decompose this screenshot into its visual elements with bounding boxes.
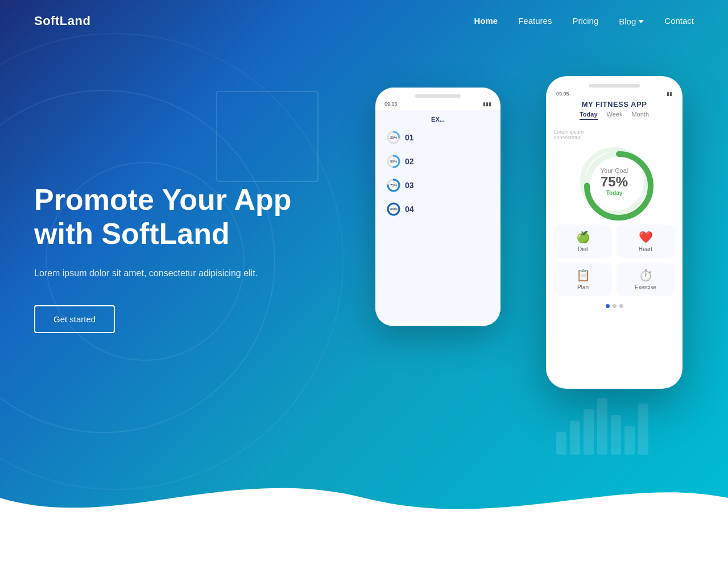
phone-front: 09:05 ▮▮ MY FITNESS APP Today Week Month… [546,76,682,389]
hero-section: SoftLand Home Features Pricing Blog Cont… [0,0,728,523]
phone-front-status: 09:05 ▮▮ [546,88,682,100]
app-icon-exercise[interactable]: ⏱️ Exercise [617,263,675,296]
tab-week[interactable]: Week [607,111,623,120]
phone-dots [546,304,682,314]
phone-back: 09:05 ▮▮▮ EX... 25% [375,88,500,326]
nav-link-blog[interactable]: Blog [619,16,644,26]
circle-progress-75: 75% [386,177,402,193]
app-icons-grid: 🍏 Diet ❤️ Heart 📋 Plan ⏱️ Exercise [546,225,682,302]
goal-circle-container: Your Goal 75% Today [546,147,682,215]
circle-progress-25: 25% [386,130,402,146]
phone-front-title: MY FITNESS APP [546,100,682,109]
progress-row: 75% 03 [386,177,490,193]
nav-item-blog[interactable]: Blog [619,16,644,26]
nav-item-pricing[interactable]: Pricing [572,16,598,26]
exercise-icon: ⏱️ [639,268,653,282]
phones-container: 09:05 ▮▮▮ EX... 25% [341,76,694,417]
get-started-button[interactable]: Get started [34,305,115,333]
progress-row: 50% 02 [386,153,490,169]
progress-row: 100% 04 [386,201,490,217]
phone-status-bar: 09:05 ▮▮▮ [375,98,500,110]
brand-logo: SoftLand [34,14,90,28]
app-icon-heart[interactable]: ❤️ Heart [617,225,675,258]
plan-icon: 📋 [576,268,590,282]
navbar: SoftLand Home Features Pricing Blog Cont… [0,0,728,42]
circle-progress-50: 50% [386,153,402,169]
progress-row: 25% 01 [386,130,490,146]
dot-2 [613,304,617,308]
phone-back-content: EX... 25% 01 [375,110,500,321]
goal-circle: Your Goal 75% Today [580,147,648,215]
hero-text: Promote Your App with SoftLand Lorem ips… [34,160,341,334]
heart-icon: ❤️ [639,230,653,244]
dot-3 [619,304,623,308]
app-icon-diet[interactable]: 🍏 Diet [554,225,612,258]
phone-lorem-text: Lorem ipsumconsectetur [546,129,682,140]
diet-icon: 🍏 [576,230,590,244]
nav-item-contact[interactable]: Contact [664,16,694,26]
nav-link-home[interactable]: Home [474,16,498,26]
below-hero [0,523,728,582]
tab-today[interactable]: Today [580,111,598,120]
hero-title: Promote Your App with SoftLand [34,183,341,251]
app-icon-plan[interactable]: 📋 Plan [554,263,612,296]
chevron-down-icon [638,20,644,23]
nav-link-contact[interactable]: Contact [664,16,694,26]
nav-item-home[interactable]: Home [474,16,498,26]
nav-links: Home Features Pricing Blog Contact [474,16,694,26]
phone-tabs: Today Week Month [546,111,682,120]
hero-content: Promote Your App with SoftLand Lorem ips… [0,42,728,417]
nav-item-features[interactable]: Features [518,16,552,26]
nav-link-features[interactable]: Features [518,16,552,26]
progress-rows: 25% 01 50% 0 [381,127,495,227]
dot-1 [606,304,610,308]
circle-progress-100: 100% [386,201,402,217]
phone-back-header: EX... [381,116,495,123]
wave-divider [0,464,728,523]
tab-month[interactable]: Month [631,111,649,120]
nav-link-pricing[interactable]: Pricing [572,16,598,26]
hero-subtitle: Lorem ipsum dolor sit amet, consectetur … [34,267,341,280]
